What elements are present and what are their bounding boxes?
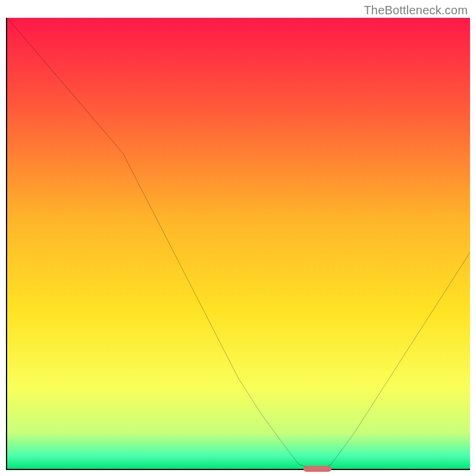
attribution-text: TheBottleneck.com [364,4,468,17]
chart-background-gradient [7,18,470,469]
chart-plot-area [6,18,470,470]
optimal-marker [303,466,331,472]
svg-rect-0 [7,18,470,469]
